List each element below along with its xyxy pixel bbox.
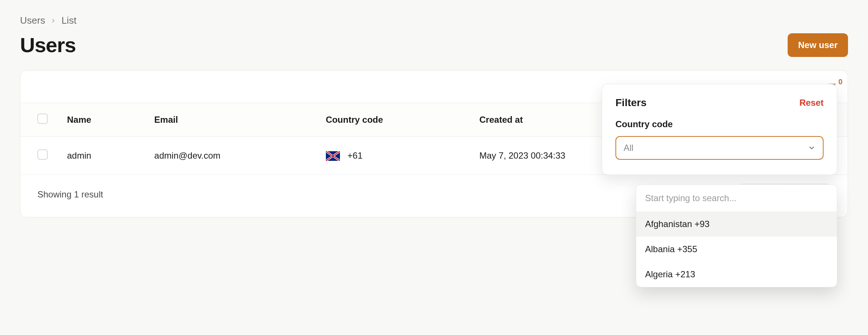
row-checkbox[interactable] [37,149,48,160]
results-count: Showing 1 result [37,189,103,200]
filters-panel: Filters Reset Country code All [602,84,837,175]
country-code-dropdown: Afghanistan +93 Albania +355 Algeria +21… [636,185,837,287]
breadcrumb-root[interactable]: Users [20,15,45,26]
filters-reset-button[interactable]: Reset [799,98,824,108]
breadcrumb: Users List [20,15,848,26]
column-header-country-code[interactable]: Country code [316,103,470,137]
select-all-checkbox[interactable] [37,114,48,124]
filter-country-code-value: All [624,143,634,153]
breadcrumb-current: List [61,15,76,26]
filters-title: Filters [615,97,647,109]
cell-country-code: +61 [316,137,470,175]
country-option[interactable]: Albania +355 [636,237,837,262]
new-user-button[interactable]: New user [788,33,848,57]
chevron-right-icon [50,18,56,24]
cell-email: admin@dev.com [145,137,316,175]
country-option[interactable]: Afghanistan +93 [636,212,837,237]
cell-name: admin [57,137,145,175]
chevron-down-icon [808,144,815,152]
flag-icon [326,151,340,161]
filter-country-code-select[interactable]: All [615,136,824,160]
page-title: Users [20,33,76,57]
users-card: 0 Name Email Country code Created at Upd… [20,70,848,217]
country-code-text: +61 [347,150,363,160]
filter-count-badge: 0 [838,78,842,86]
filter-country-code-label: Country code [615,119,824,129]
country-search-input[interactable] [636,185,837,212]
column-header-name[interactable]: Name [57,103,145,137]
country-option[interactable]: Algeria +213 [636,262,837,287]
column-header-email[interactable]: Email [145,103,316,137]
